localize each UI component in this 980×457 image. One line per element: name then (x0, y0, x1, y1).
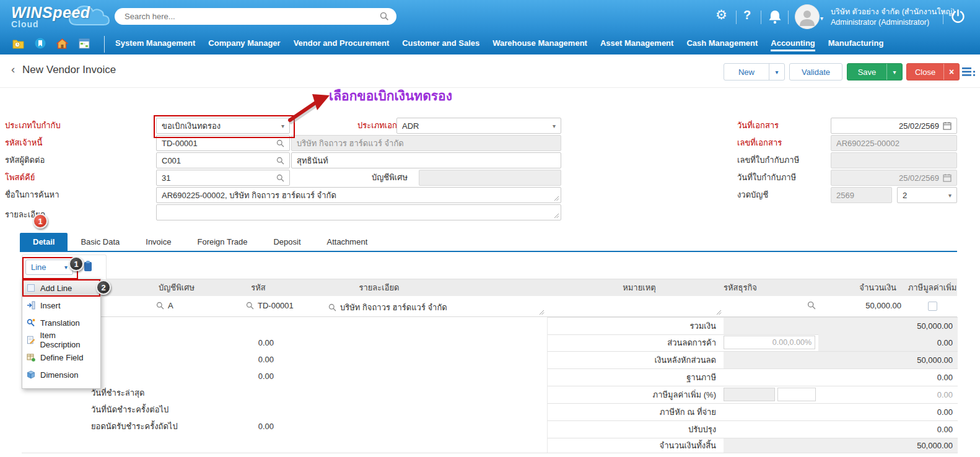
vat-code-input[interactable] (777, 388, 816, 401)
app-logo[interactable]: WINSpeed Cloud (11, 4, 110, 35)
help-icon[interactable]: ? (743, 8, 751, 22)
menu-item-define-field[interactable]: Define Field (22, 349, 100, 366)
row-description-cell[interactable]: บริษัท กิจถาวร ฮาร์ดแวร์ จำกัด (328, 301, 447, 314)
tab-invoice[interactable]: Invoice (133, 233, 184, 251)
copy-clipboard-icon[interactable] (83, 260, 93, 272)
calendar-apps-icon[interactable] (79, 38, 90, 49)
doc-date-field[interactable]: 25/02/2569 (831, 118, 957, 134)
search-icon[interactable] (246, 302, 254, 310)
tab-basic-data[interactable]: Basic Data (68, 233, 133, 251)
col-description: รายละเอียด (336, 279, 422, 296)
description-textarea[interactable] (156, 204, 561, 220)
settings-gear-icon[interactable]: ⚙ (715, 7, 727, 22)
post-key-field[interactable]: 31 (156, 170, 290, 186)
nav-vendor-procurement[interactable]: Vendor and Procurement (294, 38, 390, 51)
nav-asset-management[interactable]: Asset Management (600, 38, 673, 51)
summary-value[interactable]: 0.00 (724, 404, 958, 420)
validate-button[interactable]: Validate (789, 63, 842, 81)
nav-customer-sales[interactable]: Customer and Sales (402, 38, 479, 51)
line-dropdown-button[interactable]: Line ▾ (25, 259, 73, 275)
nav-warehouse-management[interactable]: Warehouse Management (492, 38, 587, 51)
post-key-label: โพสต์คีย์ (5, 170, 35, 186)
col-code: รหัส (215, 279, 302, 296)
tab-attachment[interactable]: Attachment (314, 233, 381, 251)
left-summary-value: 0.00 (195, 351, 274, 368)
close-button[interactable]: Close × (906, 63, 960, 81)
contact-name-field[interactable]: สุทธินันท์ (291, 152, 561, 168)
app-window: WINSpeed Cloud ⚙ ? ▾ บริษัท ตัวอย่ (0, 0, 980, 457)
user-avatar[interactable] (795, 4, 820, 29)
vendor-name-field: บริษัท กิจถาวร ฮาร์ดแวร์ จำกัด (291, 135, 561, 151)
quick-icons (12, 38, 90, 49)
menu-item-label: Add Line (40, 284, 72, 293)
summary-value[interactable]: 0.00 (724, 369, 958, 386)
menu-item-translation[interactable]: Translation (22, 314, 100, 331)
home-icon[interactable] (56, 38, 68, 49)
menu-item-label: Insert (40, 301, 61, 310)
resize-handle[interactable] (554, 196, 559, 201)
summary-row-vat: ภาษีมูลค่าเพิ่ม (%) 0.00 (547, 386, 958, 404)
nav-system-management[interactable]: System Management (115, 38, 195, 51)
period-no-select[interactable]: 2 ▾ (897, 187, 957, 203)
row-special-account-cell[interactable]: A (156, 301, 173, 310)
resize-handle[interactable] (539, 310, 545, 315)
col-special-account: บัญชีพิเศษ (133, 279, 220, 296)
chevron-down-icon: ▾ (553, 123, 556, 129)
menu-item-insert[interactable]: Insert (22, 297, 100, 314)
tax-invoice-no-field (831, 152, 957, 168)
search-icon[interactable] (156, 302, 164, 310)
nav-accounting[interactable]: Accounting (771, 38, 815, 51)
table-row[interactable]: A TD-00001 บริษัท กิจถาวร ฮาร์ดแวร์ จำกั… (22, 296, 957, 317)
menu-item-add-line[interactable]: Add Line (22, 279, 100, 297)
doc-type-select[interactable]: ADR ▾ (396, 118, 561, 134)
contact-name-value: สุทธินันท์ (297, 154, 556, 167)
tab-foreign-trade[interactable]: Foreign Trade (184, 233, 260, 251)
row-vat-checkbox[interactable] (928, 302, 937, 311)
bookmark-icon[interactable] (35, 38, 46, 49)
line-dropdown-menu: Add Line Insert Translation Item Descrip… (22, 279, 101, 389)
row-code-cell[interactable]: TD-00001 (246, 301, 294, 310)
search-icon[interactable] (276, 157, 284, 165)
search-input[interactable] (123, 11, 380, 22)
contact-code-field[interactable]: C001 (156, 152, 290, 168)
summary-value[interactable]: 0.00 (724, 421, 958, 438)
new-button[interactable]: New ▾ (724, 63, 785, 81)
step-badge-1: 1 (33, 214, 48, 228)
menu-item-item-description[interactable]: Item Description (22, 331, 100, 349)
list-view-icon[interactable] (962, 67, 976, 77)
save-dropdown-caret-icon[interactable]: ▾ (886, 64, 902, 80)
logout-power-icon[interactable] (950, 9, 966, 24)
vat-rate-input[interactable] (724, 388, 775, 401)
global-search[interactable] (115, 8, 396, 25)
summary-value: 0.00 (818, 386, 958, 403)
user-menu-chevron-icon[interactable]: ▾ (820, 15, 823, 22)
tab-detail[interactable]: Detail (20, 233, 68, 251)
search-icon[interactable] (276, 139, 284, 147)
back-chevron-icon[interactable]: ‹ (11, 63, 15, 76)
notification-bell-icon[interactable] (768, 9, 782, 24)
new-dropdown-caret-icon[interactable]: ▾ (769, 64, 784, 80)
col-remark: หมายเหตุ (596, 279, 683, 296)
search-name-textarea[interactable]: AR690225-00002, บริษัท กิจถาวร ฮาร์ดแวร์… (156, 187, 561, 203)
save-button[interactable]: Save ▾ (847, 63, 903, 81)
vendor-code-field[interactable]: TD-00001 (156, 135, 290, 151)
search-icon[interactable] (276, 174, 284, 182)
invoice-type-select[interactable]: ขอเบิกเงินทดรอง ▾ (156, 118, 290, 134)
tab-deposit[interactable]: Deposit (260, 233, 313, 251)
close-x-icon[interactable]: × (943, 64, 959, 80)
nav-manufacturing[interactable]: Manufacturing (828, 38, 884, 51)
user-info[interactable]: บริษัท ตัวอย่าง จำกัด (สำนักงานใหญ่) Adm… (831, 7, 955, 28)
resize-handle[interactable] (716, 310, 722, 315)
left-summary-value: 0.00 (195, 418, 274, 435)
resize-handle[interactable] (554, 213, 559, 219)
discount-input[interactable]: 0.00,0.00% (724, 336, 815, 349)
search-icon[interactable] (328, 303, 336, 311)
recent-folder-icon[interactable] (12, 38, 24, 49)
nav-cash-management[interactable]: Cash Management (686, 38, 758, 51)
menu-item-dimension[interactable]: Dimension (22, 366, 100, 383)
user-role: Administrator (Administrator) (831, 17, 955, 28)
dimension-icon (27, 370, 35, 379)
nav-company-manager[interactable]: Company Manager (208, 38, 280, 51)
row-amount-cell[interactable]: 50,000.00 (790, 301, 901, 310)
calendar-icon[interactable] (943, 121, 952, 130)
